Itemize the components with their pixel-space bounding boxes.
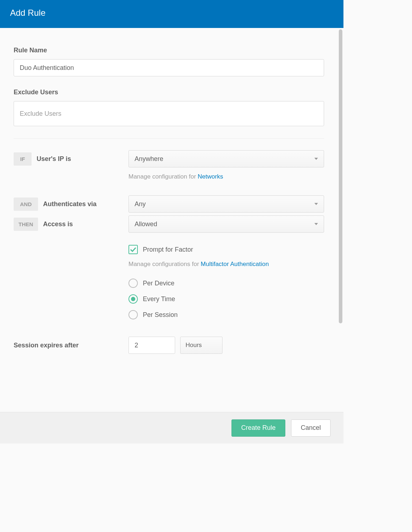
radio-every-time-label: Every Time <box>143 295 175 303</box>
prompt-for-factor-checkbox[interactable] <box>128 245 138 254</box>
user-ip-select[interactable]: Anywhere <box>128 150 324 167</box>
radio-per-session[interactable]: Per Session <box>128 310 324 319</box>
chevron-down-icon <box>314 223 318 225</box>
radio-per-device-label: Per Device <box>143 280 174 287</box>
condition-if-left: IF User's IP is <box>14 150 128 167</box>
op-badge-if: IF <box>14 152 32 166</box>
condition-if-label: User's IP is <box>37 155 71 163</box>
chevron-down-icon <box>314 203 318 205</box>
networks-hint: Manage configuration for Networks <box>128 173 324 180</box>
radio-per-session-circle <box>128 310 138 319</box>
content-wrap: Rule Name Exclude Users IF User's IP is … <box>0 28 343 441</box>
condition-and-right: Any <box>128 195 324 213</box>
mfa-link[interactable]: Multifactor Authentication <box>201 261 269 267</box>
chevron-down-icon <box>314 158 318 160</box>
dialog-header: Add Rule <box>0 0 343 28</box>
op-badge-then: THEN <box>14 218 38 231</box>
radio-per-device[interactable]: Per Device <box>128 279 324 288</box>
session-expires-left: Session expires after <box>14 337 128 354</box>
condition-and-left: AND Authenticates via <box>14 195 128 213</box>
session-unit-select[interactable]: Hours <box>180 337 223 354</box>
rule-name-label: Rule Name <box>14 47 324 54</box>
session-expires-label: Session expires after <box>14 342 79 349</box>
exclude-users-field: Exclude Users <box>14 89 324 126</box>
user-ip-select-value: Anywhere <box>135 155 163 163</box>
prompt-for-factor-label: Prompt for Factor <box>143 246 193 253</box>
auth-via-select-value: Any <box>135 200 146 208</box>
condition-and-row: AND Authenticates via Any <box>14 195 324 213</box>
factor-frequency-group: Per Device Every Time Per Session <box>128 279 324 319</box>
condition-then-row: THEN Access is Allowed Prompt for Factor… <box>14 215 324 326</box>
create-rule-button[interactable]: Create Rule <box>231 419 285 437</box>
prompt-for-factor-row: Prompt for Factor <box>128 245 324 254</box>
dialog-content: Rule Name Exclude Users IF User's IP is … <box>0 28 338 441</box>
rule-name-field: Rule Name <box>14 47 324 76</box>
condition-if-right: Anywhere Manage configuration for Networ… <box>128 150 324 180</box>
condition-and-label: Authenticates via <box>43 200 97 208</box>
auth-via-select[interactable]: Any <box>128 195 324 213</box>
radio-every-time-circle <box>128 294 138 304</box>
divider <box>14 138 324 139</box>
radio-per-device-circle <box>128 279 138 288</box>
condition-then-label: Access is <box>43 220 73 228</box>
access-select[interactable]: Allowed <box>128 215 324 233</box>
networks-link[interactable]: Networks <box>198 173 223 180</box>
rule-name-input[interactable] <box>14 59 324 76</box>
access-select-value: Allowed <box>135 220 157 228</box>
radio-every-time[interactable]: Every Time <box>128 294 324 304</box>
session-expires-input[interactable] <box>128 337 175 354</box>
dialog-title: Add Rule <box>10 8 46 18</box>
exclude-users-input[interactable] <box>14 101 324 126</box>
op-badge-and: AND <box>14 198 38 211</box>
networks-hint-prefix: Manage configuration for <box>128 173 198 180</box>
cancel-button[interactable]: Cancel <box>291 419 331 437</box>
scrollbar[interactable] <box>338 28 343 441</box>
condition-then-right: Allowed Prompt for Factor Manage configu… <box>128 215 324 326</box>
condition-then-left: THEN Access is <box>14 215 128 233</box>
scrollbar-thumb[interactable] <box>339 29 342 323</box>
session-unit-value: Hours <box>186 342 202 349</box>
mfa-hint: Manage configurations for Multifactor Au… <box>128 261 324 268</box>
dialog-footer: Create Rule Cancel <box>0 412 343 443</box>
mfa-hint-prefix: Manage configurations for <box>128 261 201 267</box>
exclude-users-label: Exclude Users <box>14 89 324 96</box>
radio-per-session-label: Per Session <box>143 311 178 319</box>
session-expires-row: Session expires after Hours <box>14 337 324 354</box>
check-icon <box>130 247 136 252</box>
condition-if-row: IF User's IP is Anywhere Manage configur… <box>14 150 324 180</box>
